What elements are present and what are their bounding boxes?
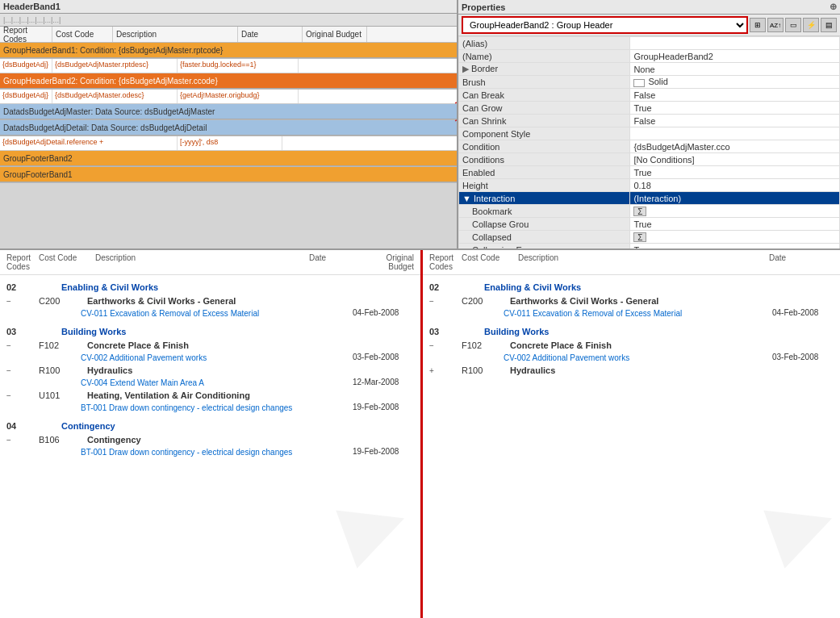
prop-value[interactable]: None bbox=[630, 63, 840, 76]
sub-title: Heating, Ventilation & Air Conditioning bbox=[87, 390, 414, 400]
expand-icon[interactable]: − bbox=[6, 296, 18, 306]
prop-value[interactable]: True bbox=[630, 102, 840, 115]
properties-title-bar: Properties ⊕ bbox=[458, 0, 840, 15]
group-header: 03Building Works bbox=[423, 324, 840, 339]
prop-value[interactable] bbox=[630, 127, 840, 140]
prop-value[interactable]: False bbox=[630, 89, 840, 102]
col-report-codes: Report Codes bbox=[0, 27, 52, 42]
properties-title: Properties bbox=[462, 2, 505, 12]
prop-name: Brush bbox=[459, 76, 630, 89]
properties-table: (Alias)(Name)GroupHeaderBand2▶ BorderNon… bbox=[458, 36, 840, 248]
prop-value[interactable]: True bbox=[630, 218, 840, 231]
ghb2-col3: {getAdj!Master.origbudg} bbox=[178, 90, 299, 103]
right-ch-description: Description bbox=[518, 253, 769, 271]
right-col-headers: Report Codes Cost Code Description Date bbox=[423, 250, 840, 275]
left-col-headers: Report Codes Cost Code Description Date … bbox=[0, 250, 420, 275]
frame-btn[interactable]: ▤ bbox=[821, 18, 837, 32]
page-btn[interactable]: ▭ bbox=[785, 18, 801, 32]
sub-code: B106 bbox=[39, 435, 87, 445]
prop-value[interactable]: 0.18 bbox=[630, 179, 840, 192]
prop-value[interactable]: GroupHeaderBand2 bbox=[630, 50, 840, 63]
prop-name: Conditions bbox=[459, 153, 630, 166]
prop-name: ▶ Border bbox=[459, 63, 630, 76]
sub-code: U101 bbox=[39, 390, 87, 400]
az-sort-btn[interactable]: AZ↑ bbox=[767, 18, 784, 32]
expand-icon[interactable]: + bbox=[429, 365, 441, 375]
group-footer-band1[interactable]: GroupFooterBand1 bbox=[0, 167, 457, 183]
report-preview-panel: Report Codes Cost Code Description Date … bbox=[0, 250, 840, 618]
detail-col3: [-yyyy]', ds8 bbox=[178, 136, 282, 150]
expand-icon[interactable]: − bbox=[429, 296, 441, 306]
col-cost-code: Cost Code bbox=[52, 27, 113, 42]
prop-value[interactable]: True bbox=[630, 244, 840, 249]
data-detail-band[interactable]: DatadsBudgetAdjDetail: Data Source: dsBu… bbox=[0, 120, 457, 136]
sub-code: C200 bbox=[462, 296, 510, 306]
group-header: 02Enabling & Civil Works bbox=[0, 280, 420, 294]
group-footer-band2[interactable]: GroupFooterBand2 bbox=[0, 151, 457, 167]
expand-icon[interactable]: − bbox=[6, 340, 18, 350]
group-code: 03 bbox=[429, 327, 462, 336]
group-code: 04 bbox=[6, 421, 39, 431]
expand-icon[interactable]: − bbox=[429, 340, 441, 350]
prop-value[interactable]: {dsBudgetAdjMaster.cco bbox=[630, 140, 840, 153]
detail-date: 12-Mar-2008 bbox=[349, 378, 414, 386]
prop-value[interactable]: (Interaction) bbox=[630, 192, 840, 205]
sub-group-row: +R100Hydraulics bbox=[423, 364, 840, 377]
sub-group-row: −F102Concrete Place & Finish bbox=[0, 339, 420, 352]
detail-date: 04-Feb-2008 bbox=[349, 308, 414, 317]
group-header: 04Contingency bbox=[0, 419, 420, 433]
col-orig-budget: Original Budget bbox=[303, 27, 367, 42]
ghb2-col1: {dsBudgetAdj} bbox=[0, 90, 52, 103]
prop-name: Enabled bbox=[459, 166, 630, 179]
left-ch-cost-code: Cost Code bbox=[39, 253, 95, 271]
report-left: Report Codes Cost Code Description Date … bbox=[0, 250, 423, 618]
sub-code: R100 bbox=[39, 365, 87, 375]
right-ch-cost-code: Cost Code bbox=[462, 253, 518, 271]
ghb1-col1: {dsBudgetAdj} bbox=[0, 59, 52, 73]
prop-name: (Name) bbox=[459, 50, 630, 63]
prop-value[interactable] bbox=[630, 37, 840, 50]
prop-value[interactable]: True bbox=[630, 166, 840, 179]
left-ch-date: Date bbox=[309, 253, 374, 271]
group-header: 02Enabling & Civil Works bbox=[423, 280, 840, 294]
expand-icon[interactable]: − bbox=[6, 435, 18, 445]
expand-icon[interactable]: − bbox=[6, 365, 18, 375]
prop-value[interactable]: [No Conditions] bbox=[630, 153, 840, 166]
detail-ref: CV-011 Excavation & Removal of Excess Ma… bbox=[81, 308, 349, 319]
grid-view-btn[interactable]: ⊞ bbox=[750, 18, 766, 32]
sub-title: Concrete Place & Finish bbox=[510, 340, 834, 350]
prop-value[interactable]: Solid bbox=[630, 76, 840, 89]
group-header-band2[interactable]: GroupHeaderBand2: Condition: {dsBudgetAd… bbox=[0, 73, 457, 90]
prop-value[interactable]: Σ bbox=[630, 205, 840, 218]
data-detail-label: DatadsBudgetAdjDetail: Data Source: dsBu… bbox=[0, 120, 457, 136]
ghb2-label: GroupHeaderBand2: Condition: {dsBudgetAd… bbox=[0, 73, 457, 89]
detail-row: CV-004 Extend Water Main Area A12-Mar-20… bbox=[0, 377, 420, 389]
prop-name: Height bbox=[459, 179, 630, 192]
detail-ref: CV-011 Excavation & Removal of Excess Ma… bbox=[504, 308, 769, 319]
prop-value[interactable]: Σ bbox=[630, 231, 840, 244]
report-right: Report Codes Cost Code Description Date … bbox=[423, 250, 840, 618]
watermark-left: ▶ bbox=[328, 467, 418, 577]
detail-row: CV-002 Additional Pavement works03-Feb-2… bbox=[423, 352, 840, 364]
detail-row: BT-001 Draw down contingency - electrica… bbox=[0, 446, 420, 458]
ghb2-data-row: {dsBudgetAdj} {dsBudgetAdjMaster.odesc} … bbox=[0, 90, 457, 104]
left-ch-description: Description bbox=[95, 253, 309, 271]
lightning-btn[interactable]: ⚡ bbox=[803, 18, 819, 32]
prop-name: Collapsed bbox=[459, 231, 630, 244]
gfb2-label: GroupFooterBand2 bbox=[0, 151, 457, 166]
sub-group-row: −F102Concrete Place & Finish bbox=[423, 339, 840, 352]
ghb2-col2: {dsBudgetAdjMaster.odesc} bbox=[52, 90, 178, 103]
group-code: 03 bbox=[6, 327, 39, 336]
properties-scroll[interactable]: (Alias)(Name)GroupHeaderBand2▶ BorderNon… bbox=[458, 36, 840, 248]
component-selector[interactable]: GroupHeaderBand2 : Group Header bbox=[462, 16, 748, 34]
sub-group-row: −B106Contingency bbox=[0, 433, 420, 446]
expand-icon[interactable]: − bbox=[6, 390, 18, 400]
data-master-band[interactable]: DatadsBudgetAdjMaster: Data Source: dsBu… bbox=[0, 104, 457, 120]
report-canvas: HeaderBand1 |...|...|...|...|...|...|...… bbox=[0, 0, 458, 248]
prop-name: (Alias) bbox=[459, 37, 630, 50]
group-header-band1[interactable]: GroupHeaderBand1: Condition: {dsBudgetAd… bbox=[0, 43, 457, 59]
sub-group-row: −C200Earthworks & Civil Works - General bbox=[0, 294, 420, 307]
group-title: Contingency bbox=[61, 421, 115, 431]
prop-name: Component Style bbox=[459, 127, 630, 140]
prop-value[interactable]: False bbox=[630, 115, 840, 127]
